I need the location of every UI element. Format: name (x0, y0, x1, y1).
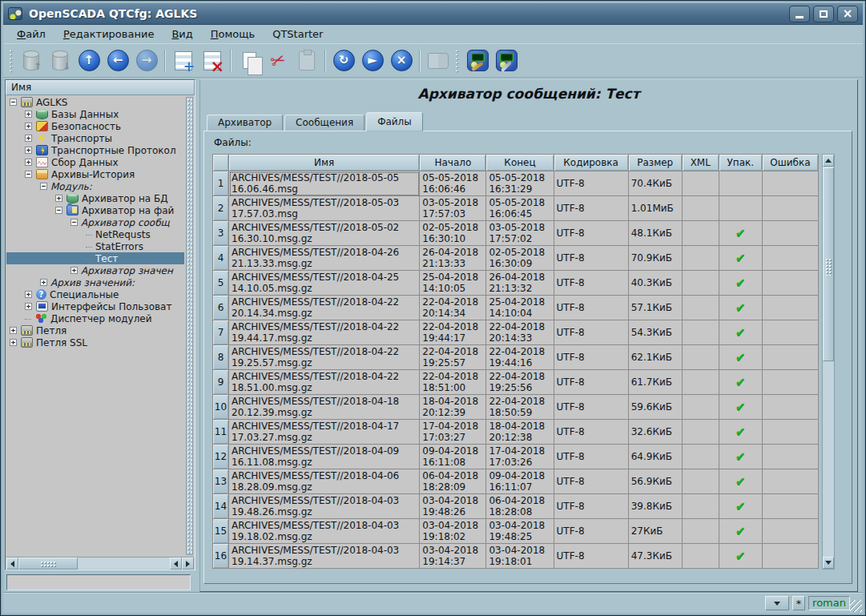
error-cell[interactable] (762, 171, 818, 196)
tree-item[interactable]: −Архиватор сообщ (6, 216, 184, 228)
pack-cell[interactable]: ✔ (719, 246, 762, 271)
scrollbar-track[interactable] (78, 558, 170, 569)
file-name-cell[interactable]: ARCHIVES/MESS/TEST//2018-04-03 19.14.37.… (229, 544, 420, 569)
resize-grip[interactable] (850, 600, 862, 612)
tree-item[interactable]: −Модуль: (6, 180, 184, 192)
end-cell[interactable]: 02-05-2018 16:30:09 (486, 246, 554, 271)
status-star-button[interactable]: * (792, 596, 805, 610)
xml-cell[interactable] (682, 171, 719, 196)
scroll-right-button[interactable] (182, 558, 194, 570)
minus-expand-icon[interactable]: − (70, 219, 78, 226)
plus-expand-icon[interactable]: + (25, 111, 32, 118)
file-name-cell[interactable]: ARCHIVES/MESS/TEST//2018-05-02 16.30.10.… (229, 221, 420, 246)
begin-cell[interactable]: 03-04-2018 19:14:37 (420, 544, 486, 569)
delete-item-button[interactable] (198, 46, 227, 75)
error-cell[interactable] (762, 370, 818, 395)
pack-cell[interactable]: ✔ (719, 395, 762, 420)
size-cell[interactable]: 70.4КиБ (628, 171, 682, 196)
xml-cell[interactable] (682, 221, 719, 246)
encoding-cell[interactable]: UTF-8 (554, 171, 628, 196)
size-cell[interactable]: 57.1КиБ (628, 296, 682, 320)
tree-vertical-scrollbar[interactable] (186, 97, 193, 555)
size-cell[interactable]: 56.9КиБ (628, 469, 682, 494)
error-cell[interactable] (762, 445, 818, 469)
encoding-cell[interactable]: UTF-8 (554, 246, 628, 271)
begin-cell[interactable]: 02-05-2018 16:30:10 (420, 221, 486, 246)
pack-cell[interactable]: ✔ (719, 296, 762, 320)
qtstarter-edit-button[interactable] (463, 46, 492, 75)
row-number[interactable]: 12 (213, 445, 229, 469)
file-name-cell[interactable]: ARCHIVES/MESS/TEST//2018-04-22 20.14.34.… (229, 296, 420, 320)
xml-cell[interactable] (682, 296, 719, 320)
error-cell[interactable] (762, 519, 818, 544)
xml-cell[interactable] (682, 519, 719, 544)
back-button[interactable]: ← (103, 46, 132, 75)
plus-expand-icon[interactable]: + (10, 327, 17, 334)
pack-cell[interactable]: ✔ (719, 494, 762, 519)
minus-expand-icon[interactable]: − (40, 183, 47, 190)
cut-item-button[interactable]: ✂ (264, 46, 292, 75)
encoding-cell[interactable]: UTF-8 (554, 519, 628, 544)
plus-expand-icon[interactable]: + (25, 135, 32, 142)
begin-cell[interactable]: 06-04-2018 18:28:09 (420, 469, 486, 494)
end-cell[interactable]: 05-05-2018 16:31:29 (486, 171, 554, 196)
menu-item-edit[interactable]: Редактирование (54, 26, 163, 42)
xml-cell[interactable] (682, 445, 719, 469)
xml-cell[interactable] (682, 196, 719, 221)
file-name-cell[interactable]: ARCHIVES/MESS/TEST//2018-04-22 19.44.17.… (229, 320, 420, 345)
row-number[interactable]: 10 (213, 395, 229, 420)
end-cell[interactable]: 22-04-2018 18:50:59 (486, 395, 554, 420)
tree-item[interactable]: −Архивы-История (6, 168, 184, 180)
file-name-cell[interactable]: ARCHIVES/MESS/TEST//2018-04-22 18.51.00.… (229, 370, 420, 395)
plus-expand-icon[interactable]: + (70, 267, 78, 274)
encoding-cell[interactable]: UTF-8 (554, 420, 628, 445)
file-name-cell[interactable]: ARCHIVES/MESS/TEST//2018-04-18 20.12.39.… (229, 395, 420, 420)
tree-item[interactable]: +Архиватор на БД (6, 192, 184, 204)
tree-item[interactable]: +Транспорты (6, 132, 184, 144)
row-number[interactable]: 1 (213, 171, 229, 196)
tree-item[interactable]: −Архиватор на фай (6, 204, 184, 216)
end-cell[interactable]: 25-04-2018 14:10:04 (486, 296, 554, 320)
menu-item-file[interactable]: Файл (8, 26, 54, 42)
close-button[interactable]: × (837, 6, 858, 22)
plus-expand-icon[interactable]: + (25, 159, 32, 166)
start-button[interactable]: ► (358, 46, 387, 75)
begin-cell[interactable]: 18-04-2018 20:12:39 (420, 395, 486, 420)
tree-item[interactable]: +Безопасность (6, 120, 184, 132)
file-name-cell[interactable]: ARCHIVES/MESS/TEST//2018-04-25 14.10.05.… (229, 271, 420, 296)
file-name-cell[interactable]: ARCHIVES/MESS/TEST//2018-04-09 16.11.08.… (229, 445, 420, 469)
size-cell[interactable]: 32.6КиБ (628, 420, 682, 445)
pack-cell[interactable] (719, 171, 762, 196)
tree-item[interactable]: +Базы Данных (6, 108, 184, 120)
plus-expand-icon[interactable]: + (40, 279, 47, 286)
copy-item-button[interactable] (235, 46, 264, 75)
file-name-cell[interactable]: ARCHIVES/MESS/TEST//2018-04-17 17.03.27.… (229, 420, 420, 445)
tab-files[interactable]: Файлы (366, 112, 423, 131)
file-name-cell[interactable]: ARCHIVES/MESS/TEST//2018-04-22 19.25.57.… (229, 345, 420, 370)
xml-cell[interactable] (682, 494, 719, 519)
error-cell[interactable] (762, 246, 818, 271)
begin-cell[interactable]: 22-04-2018 19:25:57 (420, 345, 486, 370)
file-name-cell[interactable]: ARCHIVES/MESS/TEST//2018-04-06 18.28.09.… (229, 469, 420, 494)
tree-item[interactable]: +Транспортные Протокол (6, 144, 184, 156)
xml-cell[interactable] (682, 395, 719, 420)
size-cell[interactable]: 1.01МиБ (628, 196, 682, 221)
plus-expand-icon[interactable]: + (25, 147, 32, 154)
size-cell[interactable]: 39.8КиБ (628, 494, 682, 519)
end-cell[interactable]: 03-04-2018 19:48:25 (486, 519, 554, 544)
begin-cell[interactable]: 26-04-2018 21:13:33 (420, 246, 486, 271)
row-number[interactable]: 6 (213, 296, 229, 320)
size-cell[interactable]: 54.3КиБ (628, 320, 682, 345)
end-cell[interactable]: 18-04-2018 20:12:38 (486, 420, 554, 445)
tree-horizontal-scrollbar[interactable] (6, 557, 194, 569)
xml-cell[interactable] (682, 345, 719, 370)
scroll-up-button[interactable] (823, 155, 834, 167)
pack-cell[interactable]: ✔ (719, 420, 762, 445)
tree-item[interactable]: −AGLKS (6, 96, 184, 108)
tree-item[interactable]: +Интерфейсы Пользоват (6, 300, 184, 312)
encoding-cell[interactable]: UTF-8 (554, 345, 628, 370)
pack-cell[interactable]: ✔ (719, 271, 762, 296)
menu-item-view[interactable]: Вид (163, 26, 201, 42)
end-cell[interactable]: 06-04-2018 18:28:08 (486, 494, 554, 519)
scroll-left-button[interactable] (6, 558, 18, 570)
